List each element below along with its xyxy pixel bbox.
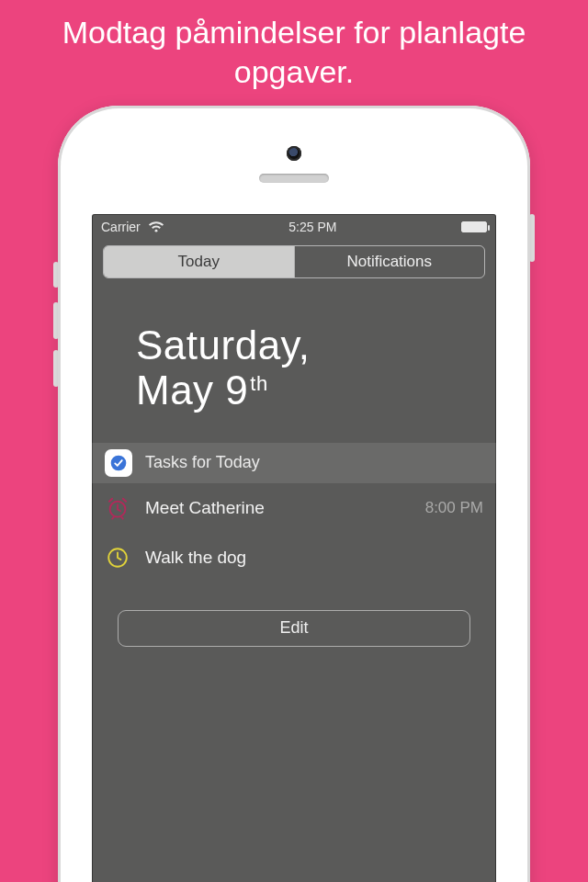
date-month-day: May 9: [136, 368, 248, 413]
front-camera: [287, 146, 301, 161]
tasks-app-icon: [105, 449, 132, 477]
date-weekday: Saturday,: [136, 322, 478, 368]
task-title: Meet Catherine: [145, 498, 411, 518]
svg-point-0: [111, 455, 127, 470]
tab-notifications[interactable]: Notifications: [294, 246, 485, 277]
carrier-label: Carrier: [101, 220, 141, 234]
speaker-grille: [259, 174, 329, 183]
alarm-icon: [105, 495, 130, 521]
tab-today[interactable]: Today: [104, 246, 294, 277]
task-title: Walk the dog: [145, 548, 469, 568]
promo-headline: Modtag påmindelser for planlagte opgaver…: [0, 0, 588, 100]
date-heading: Saturday, May 9th: [92, 278, 496, 443]
phone-frame: Carrier 5:25 PM Today Notifications Sat: [58, 106, 530, 882]
screen: Carrier 5:25 PM Today Notifications Sat: [92, 214, 496, 882]
status-bar: Carrier 5:25 PM: [92, 214, 496, 240]
segmented-control: Today Notifications: [103, 245, 485, 278]
task-row[interactable]: Meet Catherine 8:00 PM: [92, 483, 496, 533]
task-row[interactable]: Walk the dog: [92, 533, 496, 582]
edit-button[interactable]: Edit: [118, 610, 470, 647]
task-time: 8:00 PM: [425, 499, 483, 517]
battery-icon: [461, 221, 487, 232]
date-ordinal: th: [250, 372, 267, 395]
widget-header: Tasks for Today: [92, 443, 496, 483]
wifi-icon: [148, 220, 164, 233]
clock-label: 5:25 PM: [288, 220, 336, 234]
widget-title: Tasks for Today: [145, 453, 260, 472]
clock-icon: [105, 545, 130, 571]
